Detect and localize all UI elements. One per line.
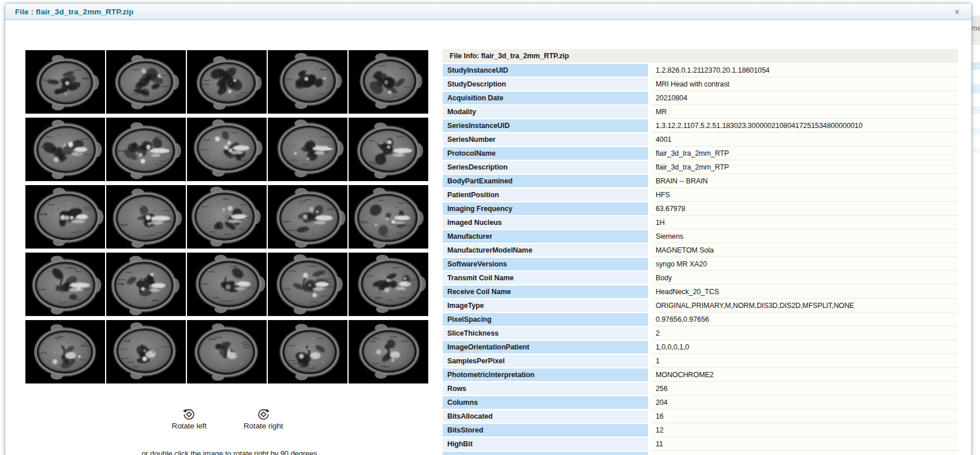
mri-slice-image [268,50,347,114]
mri-slice-image [25,185,105,249]
mri-slice-image [268,118,347,181]
mri-slice-image [187,118,267,181]
background-table-stripe [971,127,980,134]
mri-thumbnail[interactable] [106,50,186,114]
rotate-left-button[interactable]: Rotate left [171,408,206,430]
mri-thumbnail[interactable] [268,50,347,114]
field-value: MAGNETOM Sola [651,244,958,257]
mri-thumbnail[interactable] [106,253,186,316]
mri-slice-image [349,118,428,181]
mri-slice-image [25,320,105,383]
file-info-header: File Info: flair_3d_tra_2mm_RTP.zip [443,49,958,63]
table-row: Rows256 [443,382,958,396]
mri-thumbnail[interactable] [349,50,428,114]
mri-thumbnail[interactable] [25,320,105,383]
mri-thumbnail[interactable] [268,320,347,383]
background-header-band-2 [971,33,980,45]
field-value: 2 [651,327,958,340]
field-value: 1.3.12.2.1107.5.2.51.183023.300000210804… [651,119,958,133]
mri-thumbnail[interactable] [349,253,428,316]
file-info-rows: StudyInstanceUID1.2.826.0.1.2112370.20.1… [443,64,958,455]
field-value: MONOCHROME2 [651,368,958,382]
file-dialog: File : flair_3d_tra_2mm_RTP.zip x Rotate… [5,3,972,455]
field-label: StudyInstanceUID [443,64,648,77]
field-label: HighBit [443,438,648,450]
field-label: Acquisition Date [443,92,648,104]
mri-thumbnail[interactable] [187,50,267,114]
table-row: Receive Coil NameHeadNeck_20_TCS [443,285,958,299]
field-label: Imaged Nucleus [443,216,648,229]
mri-slice-image [268,185,347,249]
mri-thumbnail[interactable] [25,185,105,249]
field-label: PatientPosition [443,189,648,201]
mri-thumbnail[interactable] [268,118,347,181]
field-label: Columns [443,396,648,409]
mri-thumbnail[interactable] [187,185,267,249]
mri-thumbnail[interactable] [106,320,186,383]
table-row: SeriesNumber4001 [443,133,958,147]
field-label: Imaging Frequency [443,202,648,215]
rotate-right-icon [257,408,270,421]
mri-thumbnail[interactable] [25,118,105,181]
background-table-stripe [971,148,980,154]
table-row: ModalityMR [443,106,958,119]
background-page: me [971,0,980,455]
field-label: BitsAllocated [443,410,648,423]
rotate-right-label: Rotate right [244,422,283,430]
mri-thumbnail[interactable] [268,185,347,249]
mri-slice-image [25,118,105,181]
table-row: StudyDescriptionMRI Head with contrast [443,78,958,92]
close-button[interactable]: x [955,7,959,16]
mri-slice-image [187,185,267,249]
mri-thumbnail[interactable] [349,185,428,249]
field-label: SoftwareVersions [443,258,648,270]
background-table-stripe [971,62,980,70]
mri-thumbnail[interactable] [187,253,267,316]
field-label: Modality [443,106,648,118]
rotate-right-button[interactable]: Rotate right [244,408,283,430]
mri-thumbnail[interactable] [349,320,428,383]
field-value: 204 [651,396,958,409]
field-value: 1 [651,355,958,368]
mri-slice-image [106,253,186,316]
field-label: BitsStored [443,424,648,437]
mri-slice-image [106,320,186,383]
field-label: PhotometricInterpretation [443,368,648,381]
mri-thumbnail[interactable] [106,118,186,181]
table-row: StudyInstanceUID1.2.826.0.1.2112370.20.1… [443,64,958,78]
mri-thumbnail[interactable] [349,118,428,181]
mri-thumbnail[interactable] [268,253,347,316]
table-row: BodyPartExaminedBRAIN -- BRAIN [443,175,958,189]
table-row: SeriesDescriptionflair_3d_tra_2mm_RTP [443,161,958,175]
field-label: Rescale Intercept [443,452,648,455]
field-label: Rows [443,382,648,395]
mri-slice-image [187,253,267,316]
field-label: SeriesInstanceUID [443,119,648,132]
mri-slice-image [106,118,186,181]
table-row: ManufacturerSiemens [443,230,958,244]
table-row: Transmit Coil NameBody [443,272,958,285]
mri-thumbnail[interactable] [187,320,267,383]
mri-thumbnail[interactable] [106,185,186,249]
table-row: SamplesPerPixel1 [443,355,958,368]
background-table-stripe [971,84,980,93]
mri-slice-image [349,320,428,383]
field-label: ProtocolName [443,147,648,160]
mri-slice-image [349,253,428,316]
field-label: BodyPartExamined [443,175,648,187]
field-label: StudyDescription [443,78,648,91]
table-row: ImageTypeORIGINAL,PRIMARY,M,NORM,DIS3D,D… [443,299,958,313]
field-value: 0 [651,452,958,455]
field-value: 20210804 [651,92,958,105]
field-label: Manufacturer [443,230,648,243]
table-row: ManufacturerModelNameMAGNETOM Sola [443,244,958,258]
mri-thumbnail[interactable] [25,253,105,316]
dialog-titlebar: File : flair_3d_tra_2mm_RTP.zip x [5,3,971,20]
table-row: BitsStored12 [443,424,958,438]
table-row: BitsAllocated16 [443,410,958,424]
field-value: 11 [651,438,958,451]
table-row: HighBit11 [443,438,958,452]
mri-thumbnail[interactable] [187,118,267,181]
table-row: ImageOrientationPatient1,0,0,0,1,0 [443,341,958,355]
mri-thumbnail[interactable] [25,50,105,114]
